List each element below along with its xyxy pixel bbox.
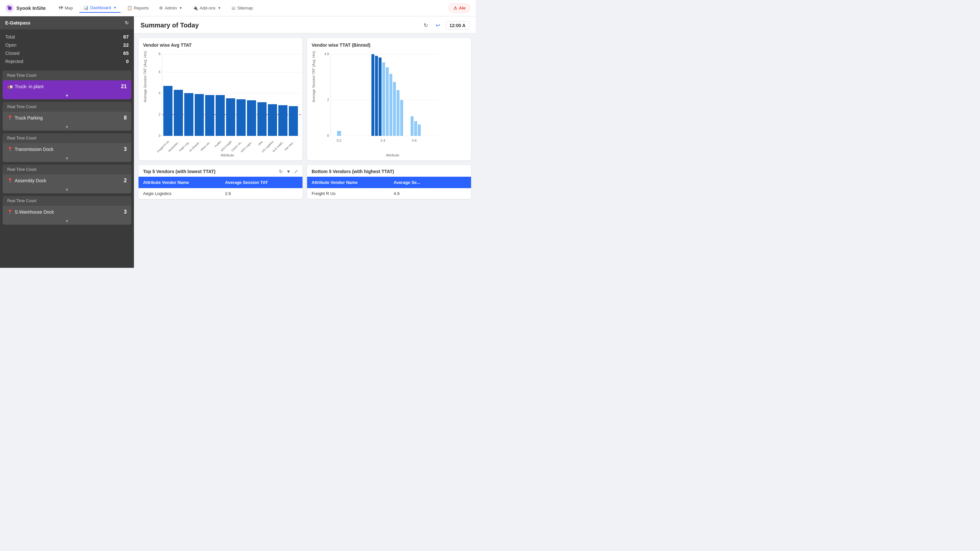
rt-card-transmission-dock-chevron[interactable]: ▼ bbox=[3, 155, 131, 162]
content-area: Summary of Today ↻ ↩ 12:00 A Vendor wise… bbox=[134, 16, 476, 268]
dashboard-icon: 📊 bbox=[83, 5, 89, 10]
stat-total-value: 87 bbox=[123, 34, 129, 40]
svg-text:0: 0 bbox=[327, 134, 329, 138]
svg-text:4-6: 4-6 bbox=[412, 139, 417, 142]
map-icon: 🗺 bbox=[59, 6, 63, 10]
stat-total-label: Total bbox=[5, 34, 15, 40]
bar-vikas bbox=[205, 95, 214, 136]
top5-refresh-icon[interactable]: ↻ bbox=[279, 169, 283, 174]
bar-ale bbox=[278, 105, 288, 136]
rt-card-truck-parking: Real Time Count 📍 Truck Parking 8 ▼ bbox=[3, 102, 131, 131]
app-logo[interactable]: Syook InSite bbox=[5, 3, 46, 13]
bottom5-vendors-card: Bottom 5 Vendors (with highest TTAT) Att… bbox=[307, 165, 471, 199]
svg-text:4.9: 4.9 bbox=[325, 52, 329, 56]
bar-alghazal bbox=[195, 94, 204, 136]
rt-card-swarehouse-dock-chevron[interactable]: ▼ bbox=[3, 218, 131, 225]
svg-text:4: 4 bbox=[158, 91, 161, 95]
svg-text:0-2: 0-2 bbox=[337, 139, 342, 142]
bottom5-col-tat: Average Se... bbox=[389, 177, 471, 188]
nav-addons[interactable]: 🔌 Add-ons ▼ bbox=[189, 3, 225, 13]
top5-row-1-tat: 2.6 bbox=[221, 188, 302, 199]
bottom5-row-1-tat: 4.9 bbox=[389, 188, 471, 199]
bottom5-row-1[interactable]: Freight R Us 4.9 bbox=[307, 188, 471, 199]
svg-text:0: 0 bbox=[158, 134, 161, 138]
bin-bar-5 bbox=[382, 62, 385, 136]
svg-text:FedEx: FedEx bbox=[214, 140, 222, 148]
addons-caret: ▼ bbox=[218, 6, 221, 10]
stat-closed: Closed 65 bbox=[5, 49, 129, 57]
bottom5-row-1-vendor: Freight R Us bbox=[307, 188, 389, 199]
bin-bar-2 bbox=[371, 54, 374, 136]
rt-card-swarehouse-dock: Real Time Count 📍 S.Warehouse Dock 3 ▼ bbox=[3, 196, 131, 225]
y-axis-label-2: Average Session TAT (Avg. Hrs) bbox=[312, 51, 315, 102]
rt-card-truck-in-plant-chevron[interactable]: ▼ bbox=[3, 92, 131, 99]
rt-card-truck-parking-body[interactable]: 📍 Truck Parking 8 bbox=[3, 112, 131, 124]
top5-col-tat: Average Session TAT bbox=[221, 177, 302, 188]
sidebar-header: E-Gatepass ↻ bbox=[0, 16, 134, 29]
rt-card-truck-parking-chevron[interactable]: ▼ bbox=[3, 124, 131, 131]
stat-rejected-label: Rejected bbox=[5, 59, 23, 64]
bin-bar-6 bbox=[386, 67, 389, 136]
rt-card-truck-in-plant-header: Real Time Count bbox=[3, 71, 131, 80]
bin-bar-7 bbox=[390, 74, 392, 136]
rt-card-truck-in-plant-label: 🚛 Truck- in plant bbox=[7, 84, 43, 89]
bottom5-vendors-title: Bottom 5 Vendors (with highest TTAT) bbox=[312, 169, 394, 174]
sidebar-refresh-icon[interactable]: ↻ bbox=[125, 20, 129, 25]
rt-card-swarehouse-dock-label: 📍 S.Warehouse Dock bbox=[7, 210, 54, 214]
bin-bar-1 bbox=[337, 131, 341, 136]
nav-sitemap[interactable]: 🗂 Sitemap bbox=[228, 3, 257, 13]
alert-icon: ⚠ bbox=[453, 6, 457, 10]
alert-button[interactable]: ⚠ Ale bbox=[449, 3, 470, 13]
rt-card-swarehouse-dock-count: 3 bbox=[124, 209, 127, 215]
top5-expand-icon[interactable]: ⤢ bbox=[294, 169, 298, 174]
stat-rejected-value: 0 bbox=[126, 59, 129, 64]
rt-card-swarehouse-dock-header: Real Time Count bbox=[3, 196, 131, 206]
admin-caret: ▼ bbox=[179, 6, 182, 10]
content-actions: ↻ ↩ 12:00 A bbox=[422, 21, 469, 30]
top5-col-vendor: Attribute Vendor Name bbox=[138, 177, 221, 188]
top5-vendors-title: Top 5 Vendors (with lowest TTAT) bbox=[143, 169, 216, 174]
page-title: Summary of Today bbox=[140, 22, 199, 29]
top5-filter-icon[interactable]: ▼ bbox=[286, 169, 291, 174]
stat-open-label: Open bbox=[5, 43, 16, 48]
rt-card-assembly-dock-label: 📍 Assembly Dock bbox=[7, 178, 46, 183]
rt-card-swarehouse-dock-body[interactable]: 📍 S.Warehouse Dock 3 bbox=[3, 206, 131, 218]
rt-card-truck-parking-count: 8 bbox=[124, 115, 127, 121]
bar-pari bbox=[289, 106, 298, 136]
undo-btn[interactable]: ↩ bbox=[434, 21, 442, 30]
rt-card-assembly-dock: Real Time Count 📍 Assembly Dock 2 ▼ bbox=[3, 165, 131, 193]
nav-map[interactable]: 🗺 Map bbox=[55, 3, 77, 13]
sidebar-title: E-Gatepass bbox=[5, 20, 30, 25]
svg-text:ATA Freight: ATA Freight bbox=[220, 140, 232, 152]
location-icon-2: 📍 bbox=[7, 147, 13, 152]
rt-card-truck-in-plant: Real Time Count 🚛 Truck- in plant 21 ▼ bbox=[3, 71, 131, 99]
rt-card-truck-in-plant-count: 21 bbox=[121, 84, 127, 89]
bar-patel bbox=[184, 93, 193, 136]
bin-bar-12 bbox=[414, 121, 417, 136]
stat-closed-label: Closed bbox=[5, 51, 20, 56]
svg-point-2 bbox=[7, 6, 9, 8]
bin-bar-8 bbox=[393, 82, 396, 136]
bar-xpo bbox=[247, 100, 256, 136]
rt-card-transmission-dock-count: 3 bbox=[124, 146, 127, 152]
rt-card-assembly-dock-body[interactable]: 📍 Assembly Dock 2 bbox=[3, 175, 131, 186]
rt-card-assembly-dock-chevron[interactable]: ▼ bbox=[3, 186, 131, 193]
nav-reports[interactable]: 📋 Reports bbox=[123, 3, 153, 13]
rt-card-transmission-dock-label: 📍 Transmission Dock bbox=[7, 147, 54, 152]
nav-admin[interactable]: ⚙ Admin ▼ bbox=[155, 3, 186, 13]
rt-card-transmission-dock-body[interactable]: 📍 Transmission Dock 3 bbox=[3, 143, 131, 155]
bin-bar-11 bbox=[410, 116, 414, 136]
stat-open-value: 22 bbox=[123, 42, 129, 48]
rt-card-assembly-dock-header: Real Time Count bbox=[3, 165, 131, 175]
binned-chart-svg: 0 2 4.9 bbox=[318, 51, 442, 156]
top5-row-1[interactable]: Aegis Logistics 2.6 bbox=[138, 188, 302, 199]
location-icon-4: 📍 bbox=[7, 210, 13, 214]
stat-rejected: Rejected 0 bbox=[5, 57, 129, 65]
sitemap-icon: 🗂 bbox=[231, 6, 235, 10]
location-icon: 📍 bbox=[7, 115, 13, 121]
bar-freight bbox=[163, 86, 172, 136]
refresh-btn[interactable]: ↻ bbox=[422, 21, 430, 30]
svg-text:8: 8 bbox=[158, 52, 161, 56]
nav-dashboard[interactable]: 📊 Dashboard ▼ bbox=[80, 3, 121, 13]
rt-card-truck-in-plant-body[interactable]: 🚛 Truck- in plant 21 bbox=[3, 80, 131, 92]
